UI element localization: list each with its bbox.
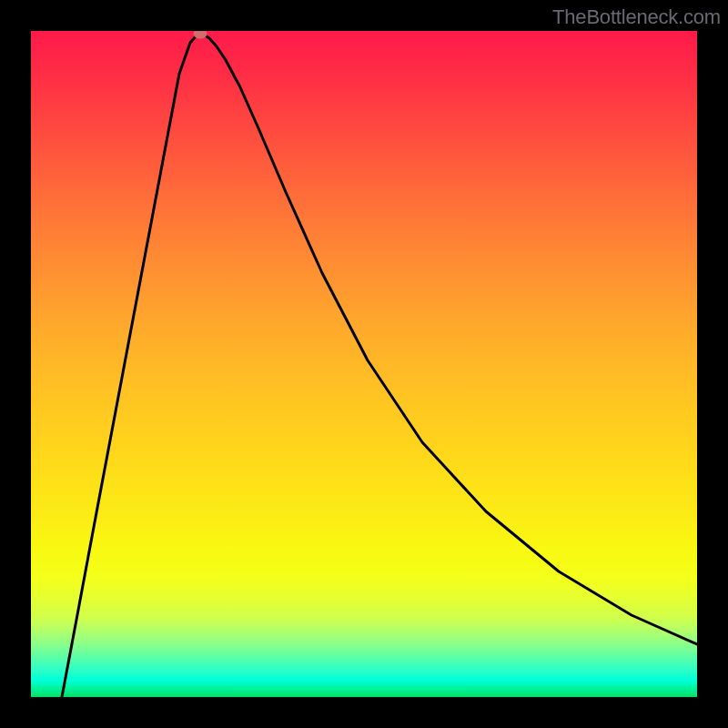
plot-area xyxy=(31,31,697,697)
chart-container: TheBottleneck.com xyxy=(0,0,728,728)
curve-layer xyxy=(31,31,697,697)
curve-line xyxy=(62,34,697,697)
watermark-text: TheBottleneck.com xyxy=(552,5,721,29)
